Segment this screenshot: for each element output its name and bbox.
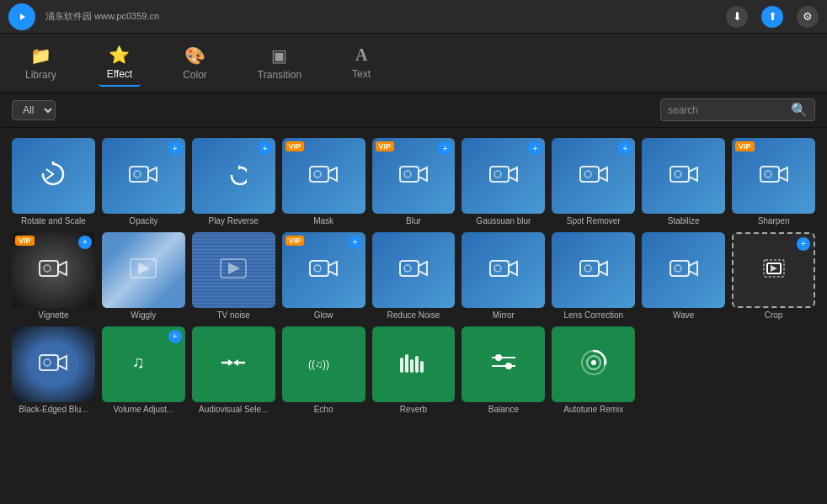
effect-item-crop[interactable]: + Crop [732,232,815,320]
download-icon[interactable]: ⬇ [726,6,748,28]
effect-item-echo[interactable]: ((♫)) Echo [282,326,365,414]
effect-icon-balance [490,351,517,378]
effect-label-black-edged-blur: Black-Edged Blu... [12,405,95,414]
plus-badge: + [168,330,182,343]
app-logo [8,3,35,30]
effect-icon-rotate-scale [38,159,68,193]
search-input[interactable] [668,104,786,116]
effect-thumb-wiggly [102,232,185,308]
effect-label-reverb: Reverb [372,405,456,414]
settings-icon[interactable]: ⚙ [797,6,819,28]
effect-item-spot-remover[interactable]: + Spot Remover [552,138,635,225]
svg-marker-55 [233,359,238,366]
effect-thumb-opacity: + [102,138,185,214]
effect-label-tv-noise: TV noise [192,310,275,320]
effect-item-lens-correction[interactable]: Lens Correction [552,232,635,320]
plus-badge: + [797,237,810,251]
svg-rect-22 [760,167,779,182]
effect-icon-black-edged-blur [39,352,67,377]
effect-item-rotate-scale[interactable]: Rotate and Scale [12,138,95,225]
svg-point-40 [494,265,501,272]
effect-item-black-edged-blur[interactable]: Black-Edged Blu... [12,326,95,414]
svg-marker-51 [58,356,67,369]
effect-label-wave: Wave [642,310,725,320]
effect-icon: ⭐ [109,45,130,65]
filter-dropdown[interactable]: All [12,100,56,120]
tab-color-label: Color [183,69,207,81]
effect-label-wiggly: Wiggly [102,310,185,320]
effect-item-opacity[interactable]: + Opacity [102,138,185,225]
svg-point-52 [44,359,51,366]
effect-item-glow[interactable]: VIP+ Glow [282,232,365,320]
svg-point-63 [495,354,502,361]
color-icon: 🎨 [184,45,205,66]
effect-item-sharpen[interactable]: VIP Sharpen [732,138,815,225]
effect-item-balance[interactable]: Balance [462,326,545,414]
effect-thumb-reverb [372,326,456,402]
svg-marker-17 [599,167,607,181]
effect-item-wave[interactable]: Wave [642,232,725,320]
upload-icon[interactable]: ⬆ [761,6,783,28]
vip-badge: VIP [15,236,35,246]
effect-item-blur[interactable]: VIP+ Blur [372,138,456,225]
svg-rect-58 [405,354,408,373]
svg-marker-26 [58,262,67,275]
effect-thumb-mirror [462,232,545,308]
effect-icon-autotune-remix [579,347,609,381]
svg-rect-25 [40,261,58,276]
tab-effect[interactable]: ⭐ Effect [99,40,141,87]
effect-icon-audiovisual-select [220,353,247,376]
transition-icon: ▣ [271,45,287,66]
effect-item-volume-adjust[interactable]: + ♫ Volume Adjust... [102,326,185,414]
effect-item-mirror[interactable]: Mirror [462,232,545,320]
svg-rect-59 [410,359,414,373]
svg-point-21 [675,171,681,178]
effect-thumb-sharpen: VIP [732,138,815,214]
svg-rect-16 [580,167,599,182]
effect-icon-sharpen [760,163,788,188]
tab-color[interactable]: 🎨 Color [174,40,216,86]
svg-point-43 [584,265,591,272]
effect-item-play-reverse[interactable]: + Play Reverse [192,138,275,225]
tab-library[interactable]: 📁 Library [17,40,65,86]
effect-icon-spot-remover [579,163,608,188]
effect-thumb-mask: VIP [282,138,365,214]
svg-marker-49 [771,265,777,272]
effect-thumb-blur: VIP+ [372,138,456,214]
effect-item-tv-noise[interactable]: TV noise [192,232,275,320]
effect-thumb-balance [462,326,545,402]
effect-thumb-wave [642,232,725,308]
effect-icon-opacity [129,163,157,188]
tab-text[interactable]: A Text [344,40,379,85]
svg-marker-33 [328,262,337,275]
svg-rect-32 [310,261,328,276]
effect-item-stabilize[interactable]: Stabilize [642,138,725,225]
effect-thumb-reduce-noise [372,232,456,308]
effect-label-glow: Glow [282,310,365,320]
svg-rect-3 [130,167,148,182]
svg-rect-60 [415,356,419,373]
effect-thumb-spot-remover: + [552,138,635,214]
watermark-text: 涌东软件园 www.pc0359.cn [45,10,159,23]
tab-transition[interactable]: ▣ Transition [249,40,310,86]
effect-item-audiovisual-select[interactable]: Audiovisual Sele... [192,326,275,414]
effect-label-lens-correction: Lens Correction [552,310,635,320]
effect-label-opacity: Opacity [102,216,185,225]
svg-point-12 [404,171,411,178]
vip-badge: VIP [285,141,305,151]
effect-item-vignette[interactable]: VIP+ Vignette [12,232,95,320]
effect-label-vignette: Vignette [12,310,95,320]
effect-item-wiggly[interactable]: Wiggly [102,232,185,320]
effect-item-reverb[interactable]: Reverb [372,326,456,414]
effect-item-gaussian-blur[interactable]: + Gaussuan blur [462,138,545,225]
search-icon: 🔍 [791,102,808,118]
effect-item-autotune-remix[interactable]: Autotune Remix [552,326,635,414]
toolbar: All 🔍 [0,93,827,128]
effect-thumb-gaussian-blur: + [462,138,545,214]
effect-item-reduce-noise[interactable]: Reduce Noise [372,232,456,320]
effect-label-spot-remover: Spot Remover [552,216,635,225]
plus-badge: + [438,141,451,155]
effect-icon-reduce-noise [399,257,428,283]
effect-item-mask[interactable]: VIP Mask [282,138,365,225]
svg-point-46 [675,265,681,272]
